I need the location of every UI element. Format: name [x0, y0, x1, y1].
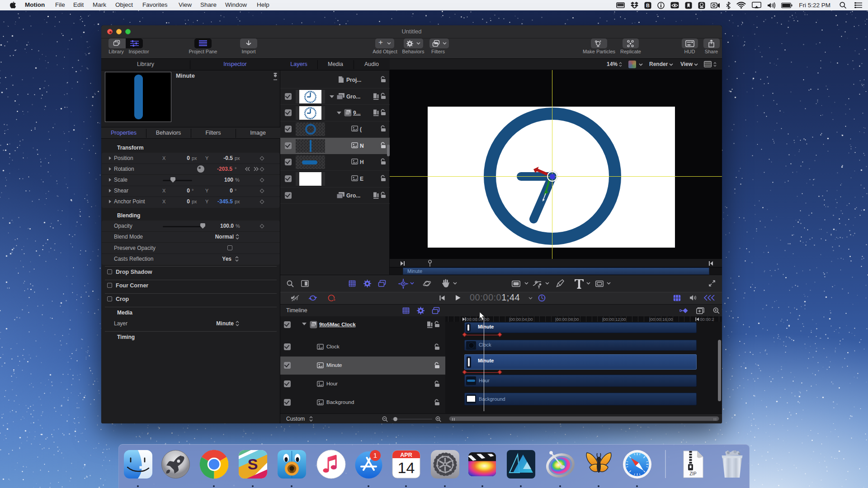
svg-text:ZIP: ZIP: [689, 471, 697, 476]
svg-text:14: 14: [397, 459, 415, 476]
svg-text:S: S: [247, 455, 258, 473]
svg-text:B: B: [646, 3, 650, 8]
svg-text:APR: APR: [400, 452, 412, 458]
svg-text:1: 1: [373, 451, 377, 459]
